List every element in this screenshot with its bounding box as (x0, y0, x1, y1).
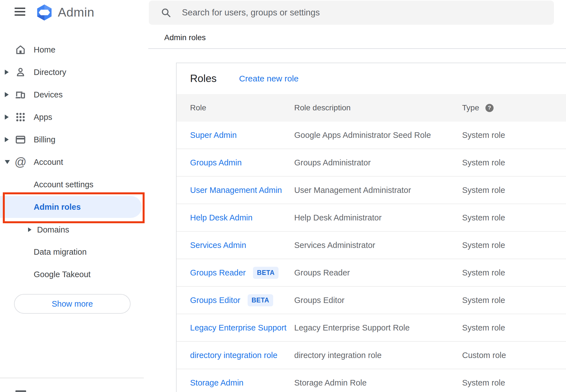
sidebar-item-domains[interactable]: Domains (0, 218, 148, 241)
sidebar-item-label: Account (34, 158, 63, 167)
table-header-row: Role Role description Type ? (177, 94, 566, 122)
sidebar-item-data-migration[interactable]: Data migration (0, 241, 148, 263)
sidebar-item-admin-roles[interactable]: Admin roles (0, 196, 142, 218)
role-link[interactable]: Services Admin (190, 241, 246, 250)
role-type: System role (462, 296, 566, 305)
role-type: System role (462, 241, 566, 250)
sidebar-item-label: Data migration (34, 247, 87, 257)
sidebar-item-label: Apps (34, 113, 52, 122)
role-description: Storage Admin Role (294, 378, 462, 388)
role-description: Google Apps Administrator Seed Role (294, 131, 462, 140)
brand-bar: Admin (0, 0, 148, 25)
role-link[interactable]: Storage Admin (190, 378, 243, 388)
role-link[interactable]: Groups Admin (190, 158, 242, 167)
role-type: System role (462, 186, 566, 195)
table-row: Legacy Enterprise Support Legacy Enterpr… (177, 314, 566, 342)
table-row: directory integration role directory int… (177, 342, 566, 369)
column-header-role: Role (190, 103, 294, 112)
expand-arrow-icon[interactable] (5, 70, 9, 75)
table-row: Storage Admin Storage Admin Role System … (177, 369, 566, 392)
role-type: System role (462, 378, 566, 388)
role-description: Groups Reader (294, 268, 462, 277)
expand-arrow-icon[interactable] (5, 92, 9, 97)
table-row: Services Admin Services Administrator Sy… (177, 232, 566, 259)
sidebar: Admin Home Directory Devices (0, 0, 148, 392)
search-bar[interactable] (149, 1, 554, 25)
sidebar-item-home[interactable]: Home (0, 38, 148, 61)
role-type: System role (462, 131, 566, 140)
role-description: Groups Editor (294, 296, 462, 305)
table-row: Groups Admin Groups Administrator System… (177, 149, 566, 177)
expand-arrow-icon[interactable] (28, 227, 31, 232)
beta-badge: BETA (248, 294, 273, 306)
table-row: Groups Editor BETA Groups Editor System … (177, 287, 566, 314)
role-type: System role (462, 158, 566, 167)
column-header-type: Type ? (462, 103, 566, 112)
sidebar-item-apps[interactable]: Apps (0, 106, 148, 128)
column-header-type-label: Type (462, 103, 479, 112)
clipped-bottom-icon (15, 390, 26, 392)
column-header-description: Role description (294, 103, 462, 112)
role-description: Legacy Enterprise Support Role (294, 323, 462, 332)
beta-badge: BETA (253, 267, 279, 279)
role-type: System role (462, 268, 566, 277)
menu-icon[interactable] (15, 8, 25, 16)
sidebar-item-label: Billing (34, 135, 55, 144)
sidebar-item-devices[interactable]: Devices (0, 83, 148, 106)
app-title: Admin (58, 5, 94, 20)
table-row: User Management Admin User Management Ad… (177, 177, 566, 204)
sidebar-item-account-settings[interactable]: Account settings (0, 173, 148, 196)
admin-console-screen: Admin Home Directory Devices (0, 0, 566, 392)
panel-title: Roles (190, 73, 217, 85)
sidebar-item-label: Domains (37, 225, 69, 234)
collapse-arrow-icon[interactable] (5, 160, 10, 164)
table-row: Help Desk Admin Help Desk Administrator … (177, 204, 566, 232)
role-link[interactable]: Super Admin (190, 131, 237, 140)
at-sign-icon: @ (15, 156, 26, 168)
role-type: System role (462, 323, 566, 332)
apps-grid-icon (15, 111, 26, 123)
breadcrumb: Admin roles (164, 33, 206, 42)
roles-panel: Roles Create new role Role Role descript… (176, 63, 566, 392)
person-icon (15, 66, 26, 78)
roles-panel-header: Roles Create new role (177, 63, 566, 94)
sidebar-item-billing[interactable]: Billing (0, 128, 148, 151)
role-type: Custom role (462, 351, 566, 360)
expand-arrow-icon[interactable] (5, 137, 9, 142)
sidebar-item-label: Devices (34, 90, 63, 99)
role-link[interactable]: Groups Editor (190, 296, 240, 305)
sidebar-item-label: Account settings (34, 180, 93, 189)
role-type: System role (462, 213, 566, 222)
admin-logo-icon (35, 4, 53, 21)
help-icon[interactable]: ? (485, 104, 494, 112)
role-description: Groups Administrator (294, 158, 462, 167)
show-more-button[interactable]: Show more (14, 294, 131, 314)
create-new-role-link[interactable]: Create new role (239, 74, 299, 83)
search-input[interactable] (149, 1, 554, 25)
role-link[interactable]: Groups Reader (190, 268, 246, 277)
table-row: Groups Reader BETA Groups Reader System … (177, 259, 566, 287)
role-link[interactable]: directory integration role (190, 351, 277, 360)
role-description: Services Administrator (294, 241, 462, 250)
role-link[interactable]: Legacy Enterprise Support (190, 323, 286, 332)
sidebar-item-label: Google Takeout (34, 270, 91, 279)
sidebar-divider (0, 378, 144, 378)
role-description: User Management Administrator (294, 186, 462, 195)
sidebar-item-directory[interactable]: Directory (0, 61, 148, 83)
expand-arrow-icon[interactable] (5, 115, 9, 120)
table-row: Super Admin Google Apps Administrator Se… (177, 122, 566, 149)
home-icon (15, 44, 26, 56)
role-link[interactable]: Help Desk Admin (190, 213, 252, 222)
role-link[interactable]: User Management Admin (190, 186, 282, 195)
credit-card-icon (15, 134, 26, 145)
role-description: directory integration role (294, 351, 462, 360)
sidebar-item-label: Home (34, 45, 55, 54)
sidebar-item-label: Directory (34, 68, 66, 77)
sidebar-item-google-takeout[interactable]: Google Takeout (0, 263, 148, 286)
devices-icon (15, 89, 26, 101)
role-description: Help Desk Administrator (294, 213, 462, 222)
header-divider (148, 48, 566, 49)
sidebar-item-label: Admin roles (34, 202, 81, 212)
sidebar-item-account[interactable]: @ Account (0, 151, 148, 173)
